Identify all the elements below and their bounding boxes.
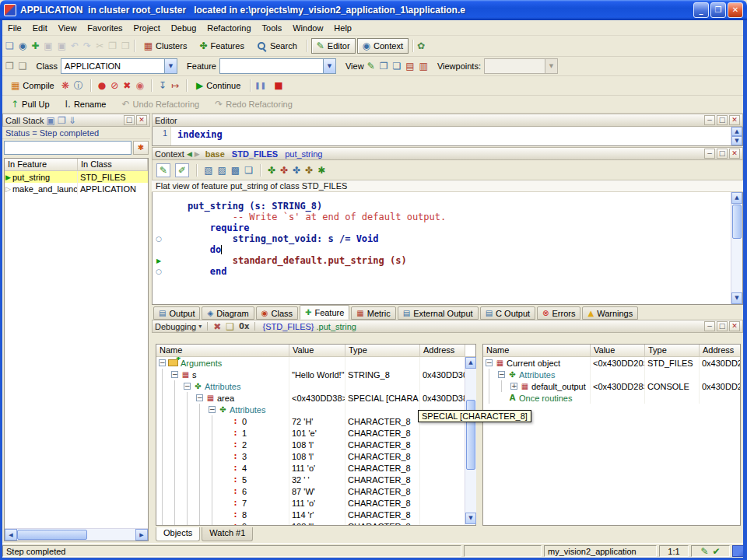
class-window-icon[interactable]: ❐: [5, 61, 14, 71]
open-in-editor-icon[interactable]: ✐: [175, 163, 189, 177]
tree-row[interactable]: AOnce routines: [483, 392, 740, 404]
column-header-value[interactable]: Value: [591, 345, 645, 356]
minimize-panel-icon[interactable]: −: [704, 115, 715, 125]
tree-row[interactable]: −✤Attributes: [156, 380, 475, 392]
tab-diagram[interactable]: ◈Diagram: [202, 306, 254, 320]
tree-row[interactable]: :8114 'r'CHARACTER_8: [156, 509, 475, 520]
scrollbar-thumb[interactable]: [17, 530, 87, 540]
tree-row[interactable]: :687 'W'CHARACTER_8: [156, 485, 475, 497]
hex-display-button[interactable]: 0x: [239, 323, 249, 331]
tab-feature[interactable]: ✚Feature: [300, 305, 349, 320]
scroll-down-icon[interactable]: ▼: [731, 292, 742, 304]
new-expression-icon[interactable]: ❑: [226, 322, 234, 331]
pull-up-button[interactable]: ↑Pull Up: [5, 96, 55, 112]
scroll-left-icon[interactable]: ◀: [5, 529, 17, 541]
column-header-in-feature[interactable]: In Feature: [5, 159, 78, 170]
tab-objects[interactable]: Objects: [156, 527, 200, 541]
menu-window[interactable]: Window: [287, 22, 328, 34]
column-header-type[interactable]: Type: [645, 345, 700, 356]
tree-row[interactable]: :3108 'l'CHARACTER_8: [156, 450, 475, 462]
context-forward-icon[interactable]: ▶: [195, 150, 200, 158]
minimize-panel-icon[interactable]: −: [704, 321, 715, 331]
tree-row[interactable]: +▦default_output<0x430DD28>CONSOLE0x430D…: [483, 380, 740, 392]
tree-row[interactable]: −▦Current object<0x430DD20>STD_FILES0x43…: [483, 357, 740, 369]
class-text-view-icon[interactable]: ❏: [392, 61, 401, 71]
maximize-panel-icon[interactable]: □: [717, 149, 728, 159]
debugging-menu-icon[interactable]: ▾: [198, 324, 202, 330]
tree-row[interactable]: −▦area<0x430DD38>SPECIAL [CHARA...0x430D…: [156, 392, 475, 404]
maximize-button[interactable]: ❐: [710, 2, 726, 18]
call-stack-filter-input[interactable]: [4, 141, 132, 155]
tab-warnings[interactable]: ▲Warnings: [582, 306, 638, 320]
expand-icon[interactable]: +: [510, 383, 517, 390]
maximize-panel-icon[interactable]: □: [124, 115, 135, 125]
new-document-icon[interactable]: ❏: [5, 41, 14, 51]
breakpoint-slot-icon[interactable]: ○: [153, 235, 165, 243]
tree-row[interactable]: −Arguments: [156, 357, 475, 369]
flat-view-icon[interactable]: ▥: [419, 61, 428, 71]
context-button[interactable]: ◉Context: [357, 38, 409, 54]
column-header-type[interactable]: Type: [345, 345, 420, 356]
menu-refactoring[interactable]: Refactoring: [202, 22, 256, 34]
editor-header[interactable]: Editor −□✕: [152, 114, 743, 127]
maximize-panel-icon[interactable]: □: [717, 115, 728, 125]
edit-class-icon[interactable]: ✎: [367, 61, 375, 71]
editor-content[interactable]: 1 indexing ▲ ▼: [152, 127, 743, 146]
rename-button[interactable]: I.Rename: [60, 96, 112, 112]
melt-icon[interactable]: ❋: [61, 81, 69, 90]
collapse-icon[interactable]: −: [159, 359, 166, 366]
tree-row[interactable]: :4111 'o'CHARACTER_8: [156, 462, 475, 474]
creators-icon[interactable]: ❏: [244, 166, 253, 175]
collapse-icon[interactable]: −: [196, 394, 203, 401]
title-bar[interactable]: APPLICATION in cluster root_cluster loca…: [0, 0, 747, 20]
editor-scrollbar[interactable]: ▲ ▼: [731, 127, 742, 145]
tab-class[interactable]: ◉Class: [256, 306, 298, 320]
tree-row[interactable]: :532 ' 'CHARACTER_8: [156, 474, 475, 485]
step-over-icon[interactable]: ↦: [171, 81, 179, 90]
scroll-up-icon[interactable]: ▲: [731, 192, 742, 204]
call-stack-header[interactable]: Call Stack ▣❐⇓ □✕: [2, 114, 150, 127]
tab-output[interactable]: ▤Output: [153, 306, 200, 320]
tab-external-output[interactable]: ▤External Output: [398, 306, 479, 320]
menu-edit[interactable]: Edit: [27, 22, 53, 34]
tree-row[interactable]: −✤Attributes: [483, 369, 740, 380]
compile-info-icon[interactable]: ⓘ: [74, 81, 83, 90]
pause-icon[interactable]: ❚❚: [254, 82, 266, 89]
tree-row[interactable]: :1101 'e'CHARACTER_8: [156, 427, 475, 439]
call-stack-row[interactable]: ▷make_and_launchAPPLICATION: [5, 183, 148, 194]
collapse-icon[interactable]: −: [498, 371, 505, 378]
tree-row[interactable]: :9108 'l'CHARACTER_8: [156, 520, 475, 526]
menu-project[interactable]: Project: [128, 22, 166, 34]
context-code-area[interactable]: put_string (s: STRING_8) -- Write `s' at…: [152, 192, 743, 305]
collapse-icon[interactable]: −: [184, 383, 191, 390]
scroll-down-icon[interactable]: ▼: [465, 513, 476, 524]
compiled-ok-icon[interactable]: ✔: [713, 547, 721, 556]
step-into-icon[interactable]: ↧: [159, 81, 167, 90]
feature-combo[interactable]: ▼: [219, 58, 336, 74]
tab-errors[interactable]: ⊗Errors: [537, 306, 580, 320]
class-combo-arrow-icon[interactable]: ▼: [164, 59, 177, 73]
tab-watch-1[interactable]: Watch #1: [202, 527, 253, 541]
editable-state-icon[interactable]: ✎: [700, 547, 708, 556]
save-call-stack-icon[interactable]: ▣: [47, 116, 55, 125]
features-button[interactable]: ✤Features: [194, 38, 249, 54]
debug-context-class[interactable]: {STD_FILES}: [262, 322, 314, 331]
remove-breakpoints-icon[interactable]: ✖: [123, 81, 131, 90]
minimize-panel-icon[interactable]: −: [704, 149, 715, 159]
maximize-panel-icon[interactable]: □: [717, 321, 728, 331]
collapse-icon[interactable]: −: [486, 359, 493, 366]
callers-icon[interactable]: ▧: [204, 166, 212, 175]
menu-help[interactable]: Help: [328, 22, 357, 34]
column-header-address[interactable]: Address: [420, 345, 465, 356]
debugging-header[interactable]: Debugging ▾ ✖❑0x {STD_FILES}.put_string …: [152, 320, 743, 333]
column-header-name[interactable]: Name: [156, 345, 289, 356]
search-button[interactable]: Search: [251, 38, 303, 54]
context-feature-link[interactable]: put_string: [285, 149, 322, 159]
scroll-down-icon[interactable]: ▼: [731, 136, 742, 145]
stop-icon[interactable]: ■: [274, 81, 282, 90]
add-class-icon[interactable]: ✚: [31, 41, 39, 51]
scroll-right-icon[interactable]: ▶: [135, 529, 148, 541]
close-panel-icon[interactable]: ✕: [729, 321, 740, 331]
edit-breakpoints-icon[interactable]: ◉: [135, 81, 143, 90]
editor-button[interactable]: ✎Editor: [311, 38, 356, 54]
